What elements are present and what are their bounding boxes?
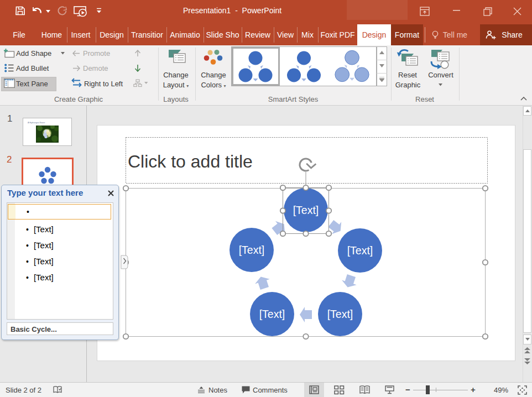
svg-text:[Text]: [Text] <box>293 204 319 216</box>
svg-text:[Text]: [Text] <box>239 244 265 256</box>
svg-text:[Text]: [Text] <box>347 244 373 257</box>
svg-text:Click to add title: Click to add title <box>128 152 253 171</box>
svg-text:[Text]: [Text] <box>259 308 285 320</box>
svg-text:[Text]: [Text] <box>327 308 353 320</box>
